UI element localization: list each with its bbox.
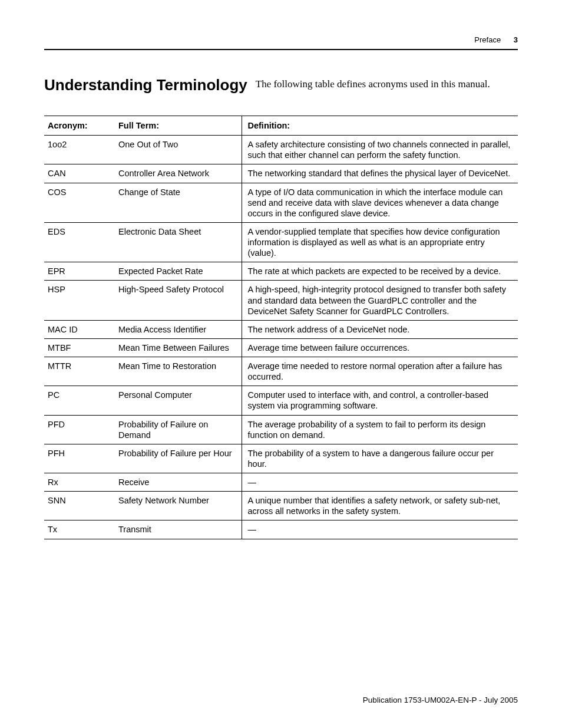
cell-acronym: Tx [44,521,115,539]
cell-acronym: SNN [44,492,115,521]
table-row: EPRExpected Packet RateThe rate at which… [44,262,518,281]
cell-full_term: Receive [115,473,242,492]
table-header-row: Acronym: Full Term: Definition: [44,116,518,136]
cell-definition: Average time needed to restore normal op… [242,357,518,386]
cell-definition: Average time between failure occurrences… [242,338,518,357]
table-body: 1oo2One Out of TwoA safety architecture … [44,136,518,539]
table-row: MAC IDMedia Access IdentifierThe network… [44,320,518,338]
col-header-fullterm: Full Term: [115,116,242,136]
cell-acronym: PC [44,386,115,415]
section-heading: Understanding Terminology [44,76,247,94]
cell-definition: The probability of a system to have a da… [242,444,518,473]
cell-definition: Computer used to interface with, and con… [242,386,518,415]
table-row: EDSElectronic Data SheetA vendor-supplie… [44,222,518,262]
header-section: Preface [474,35,501,44]
table-row: COSChange of StateA type of I/O data com… [44,183,518,222]
cell-acronym: MTTR [44,357,115,386]
col-header-definition: Definition: [242,116,518,136]
cell-full_term: Transmit [115,521,242,539]
cell-acronym: MAC ID [44,320,115,338]
table-row: MTBFMean Time Between FailuresAverage ti… [44,338,518,357]
running-header: Preface 3 [44,35,518,44]
table-row: PFDProbability of Failure on DemandThe a… [44,415,518,444]
heading-row: Understanding Terminology The following … [44,76,518,94]
cell-definition: The rate at which packets are expected t… [242,262,518,281]
cell-acronym: Rx [44,473,115,492]
table-row: 1oo2One Out of TwoA safety architecture … [44,136,518,164]
table-row: PFHProbability of Failure per HourThe pr… [44,444,518,473]
footer-publication: Publication 1753-UM002A-EN-P - July 2005 [363,696,518,704]
cell-full_term: Probability of Failure on Demand [115,415,242,444]
header-page-number: 3 [514,35,518,44]
cell-full_term: Probability of Failure per Hour [115,444,242,473]
cell-full_term: High-Speed Safety Protocol [115,281,242,320]
cell-acronym: PFH [44,444,115,473]
cell-definition: — [242,473,518,492]
cell-full_term: One Out of Two [115,136,242,164]
cell-acronym: HSP [44,281,115,320]
cell-definition: A unique number that identifies a safety… [242,492,518,521]
cell-full_term: Media Access Identifier [115,320,242,338]
cell-definition: A high-speed, high-integrity protocol de… [242,281,518,320]
table-row: TxTransmit— [44,521,518,539]
cell-full_term: Personal Computer [115,386,242,415]
table-row: RxReceive— [44,473,518,492]
cell-definition: A safety architecture consisting of two … [242,136,518,164]
col-header-acronym: Acronym: [44,116,115,136]
cell-definition: A vendor-supplied template that specifie… [242,222,518,262]
cell-acronym: MTBF [44,338,115,357]
cell-acronym: COS [44,183,115,222]
cell-full_term: Safety Network Number [115,492,242,521]
acronym-table: Acronym: Full Term: Definition: 1oo2One … [44,116,518,539]
cell-acronym: EDS [44,222,115,262]
cell-acronym: 1oo2 [44,136,115,164]
cell-definition: The average probability of a system to f… [242,415,518,444]
cell-full_term: Electronic Data Sheet [115,222,242,262]
cell-full_term: Controller Area Network [115,164,242,183]
table-row: PCPersonal ComputerComputer used to inte… [44,386,518,415]
table-row: MTTRMean Time to RestorationAverage time… [44,357,518,386]
intro-text: The following table defines acronyms use… [256,76,490,90]
cell-definition: A type of I/O data communication in whic… [242,183,518,222]
cell-acronym: CAN [44,164,115,183]
cell-acronym: PFD [44,415,115,444]
table-row: HSPHigh-Speed Safety ProtocolA high-spee… [44,281,518,320]
cell-definition: The network address of a DeviceNet node. [242,320,518,338]
cell-definition: — [242,521,518,539]
cell-full_term: Expected Packet Rate [115,262,242,281]
cell-full_term: Change of State [115,183,242,222]
table-row: SNNSafety Network NumberA unique number … [44,492,518,521]
table-row: CANController Area NetworkThe networking… [44,164,518,183]
page-container: Preface 3 Understanding Terminology The … [0,0,562,728]
cell-full_term: Mean Time to Restoration [115,357,242,386]
header-rule [44,49,518,50]
cell-definition: The networking standard that defines the… [242,164,518,183]
cell-acronym: EPR [44,262,115,281]
cell-full_term: Mean Time Between Failures [115,338,242,357]
